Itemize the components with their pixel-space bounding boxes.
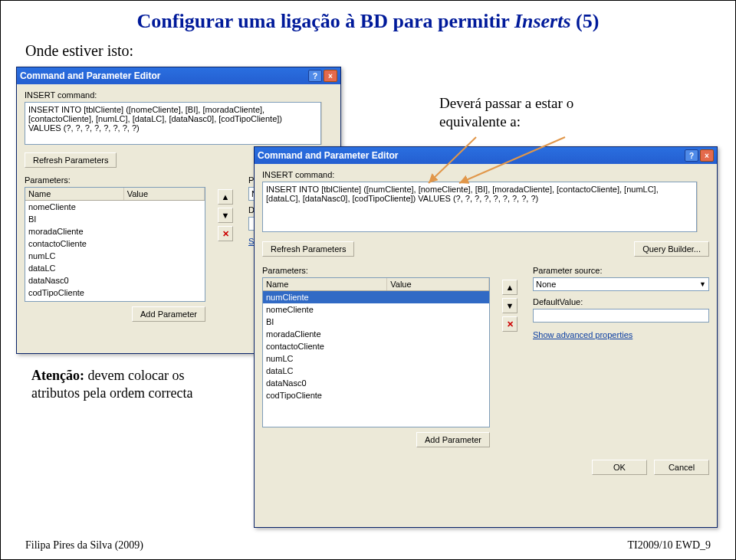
table-row[interactable]: dataLC bbox=[263, 365, 489, 377]
close-button[interactable]: × bbox=[324, 70, 337, 82]
caption-onde-estiver: Onde estiver isto: bbox=[25, 42, 133, 60]
label-defaultvalue-2: DefaultValue: bbox=[533, 297, 709, 306]
dialog1-title: Command and Parameter Editor bbox=[20, 70, 160, 81]
table-row[interactable]: dataNasc0 bbox=[25, 274, 205, 287]
show-advanced-link-2[interactable]: Show advanced properties bbox=[533, 330, 632, 339]
paramsource-value-2: None bbox=[536, 280, 556, 289]
help-button[interactable]: ? bbox=[308, 70, 322, 82]
table-row[interactable]: codTipoCliente bbox=[25, 287, 205, 299]
parameters-grid-2[interactable]: Name Value numClientenomeClienteBImorada… bbox=[262, 277, 490, 427]
cancel-button[interactable]: Cancel bbox=[654, 460, 709, 475]
table-row[interactable]: numCliente bbox=[263, 291, 489, 303]
move-down-button-2[interactable]: ▼ bbox=[502, 298, 518, 313]
chevron-down-icon: ▼ bbox=[699, 280, 706, 288]
footer-pageid: TI2009/10 EWD_9 bbox=[628, 539, 711, 552]
arrow-up-icon: ▲ bbox=[222, 192, 230, 201]
delete-icon: ✕ bbox=[222, 229, 229, 239]
caption2-line2: equivalente a: bbox=[439, 113, 521, 129]
help-button-2[interactable]: ? bbox=[685, 149, 698, 162]
table-row[interactable]: nomeCliente bbox=[263, 303, 489, 316]
delete-icon: ✕ bbox=[507, 319, 514, 329]
dialog2-title: Command and Parameter Editor bbox=[258, 150, 398, 161]
sql-textarea-1[interactable]: INSERT INTO [tblCliente] ([nomeCliente],… bbox=[25, 102, 321, 145]
move-down-button-1[interactable]: ▼ bbox=[218, 208, 233, 223]
delete-param-button-1[interactable]: ✕ bbox=[218, 226, 233, 241]
delete-param-button-2[interactable]: ✕ bbox=[502, 316, 518, 332]
close-button-2[interactable]: × bbox=[700, 149, 714, 162]
grid-header-value-2: Value bbox=[387, 278, 489, 290]
move-up-button-1[interactable]: ▲ bbox=[218, 189, 233, 205]
title-italic: Inserts bbox=[514, 10, 571, 32]
table-row[interactable]: dataNasc0 bbox=[263, 377, 489, 389]
title-suffix: (5) bbox=[571, 10, 600, 32]
refresh-parameters-button-2[interactable]: Refresh Parameters bbox=[262, 241, 354, 257]
table-row[interactable]: numLC bbox=[263, 352, 489, 365]
caption3-bold: Atenção: bbox=[31, 368, 84, 383]
page-title: Configurar uma ligação à BD para permiti… bbox=[1, 10, 735, 33]
grid-header-name-2: Name bbox=[263, 278, 387, 290]
add-parameter-button-1[interactable]: Add Parameter bbox=[132, 306, 205, 322]
caption-atencao: Atenção: devem colocar os atributos pela… bbox=[31, 367, 208, 401]
label-parameters-1: Parameters: bbox=[25, 175, 205, 185]
sql-textarea-2[interactable]: INSERT INTO [tblCliente] ([numCliente], … bbox=[262, 182, 697, 232]
table-row[interactable]: moradaCliente bbox=[25, 225, 205, 237]
grid-header-value-1: Value bbox=[124, 188, 205, 200]
titlebar-2: Command and Parameter Editor ? × bbox=[255, 147, 717, 164]
arrow-up-icon: ▲ bbox=[506, 283, 514, 292]
caption-devera-passar: Deverá passar a estar o equivalente a: bbox=[439, 94, 573, 131]
label-insert-command-2: INSERT command: bbox=[262, 170, 709, 179]
paramsource-select-2[interactable]: None ▼ bbox=[533, 277, 709, 291]
table-row[interactable]: nomeCliente bbox=[25, 201, 205, 213]
caption2-line1: Deverá passar a estar o bbox=[439, 95, 573, 111]
ok-button[interactable]: OK bbox=[592, 460, 647, 475]
label-insert-command-1: INSERT command: bbox=[25, 90, 333, 100]
table-row[interactable]: numLC bbox=[25, 250, 205, 262]
label-parameters-2: Parameters: bbox=[262, 266, 490, 275]
table-row[interactable]: BI bbox=[263, 316, 489, 328]
table-row[interactable]: BI bbox=[25, 213, 205, 225]
footer-author: Filipa Pires da Silva (2009) bbox=[25, 539, 143, 552]
table-row[interactable]: contactoCliente bbox=[25, 237, 205, 250]
title-prefix: Configurar uma ligação à BD para permiti… bbox=[137, 10, 514, 32]
move-up-button-2[interactable]: ▲ bbox=[502, 280, 518, 295]
query-builder-button[interactable]: Query Builder... bbox=[634, 241, 709, 257]
table-row[interactable]: moradaCliente bbox=[263, 328, 489, 340]
titlebar-1: Command and Parameter Editor ? × bbox=[17, 67, 340, 84]
table-row[interactable]: codTipoCliente bbox=[263, 389, 489, 401]
dialog-editor-2: Command and Parameter Editor ? × INSERT … bbox=[254, 146, 718, 528]
grid-header-name-1: Name bbox=[25, 188, 124, 200]
label-paramsource-2: Parameter source: bbox=[533, 266, 709, 275]
scrollbar-stub-2[interactable] bbox=[697, 182, 709, 232]
arrow-down-icon: ▼ bbox=[506, 301, 514, 310]
add-parameter-button-2[interactable]: Add Parameter bbox=[416, 432, 490, 447]
scrollbar-stub[interactable] bbox=[321, 102, 333, 145]
parameters-grid-1[interactable]: Name Value nomeClienteBImoradaClientecon… bbox=[25, 187, 205, 302]
defaultvalue-input-2[interactable] bbox=[533, 309, 709, 323]
table-row[interactable]: dataLC bbox=[25, 262, 205, 274]
table-row[interactable]: contactoCliente bbox=[263, 340, 489, 352]
arrow-down-icon: ▼ bbox=[222, 211, 230, 220]
refresh-parameters-button-1[interactable]: Refresh Parameters bbox=[25, 152, 117, 168]
